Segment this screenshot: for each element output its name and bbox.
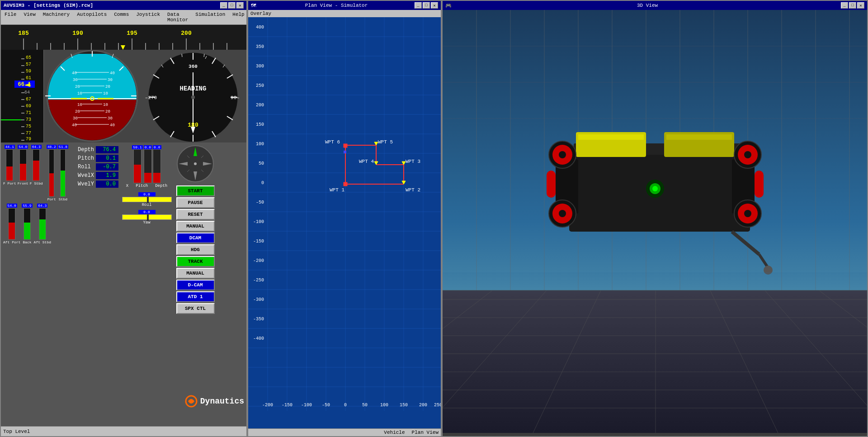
close-btn[interactable]: ✕	[236, 2, 244, 9]
stbd-label: Stbd	[59, 197, 67, 201]
yaw-val: 0.0	[138, 210, 156, 214]
reset-btn[interactable]: RESET	[176, 209, 215, 220]
menu-file[interactable]: File	[1, 11, 20, 24]
pitch-label: Pitch	[78, 155, 96, 162]
pitch-label: Pitch	[136, 184, 148, 188]
3d-minimize-btn[interactable]: _	[841, 2, 848, 9]
thruster-back-val: 55.9	[22, 204, 32, 208]
svg-text:-400: -400	[253, 336, 264, 341]
svg-rect-122	[248, 17, 441, 411]
roll-label-s: Roll	[142, 203, 152, 207]
thruster-stbd-vert: 51.8 Stbd	[58, 145, 68, 201]
minimize-btn[interactable]: _	[220, 2, 227, 9]
menu-simulation[interactable]: Simulation	[192, 11, 229, 24]
thruster-front-label: Front	[18, 181, 28, 185]
yaw-slider[interactable]	[122, 214, 172, 220]
auvsim-statusbar: Top Level	[1, 426, 246, 436]
attitude-indicator: 40 40 30 30 20 20 10 10	[44, 50, 141, 142]
svg-text:-150: -150	[282, 403, 292, 408]
svg-text:30: 30	[73, 116, 78, 121]
roll-slider[interactable]	[122, 197, 172, 202]
svg-marker-16	[121, 45, 125, 50]
svg-rect-17	[1, 50, 44, 142]
svg-rect-185	[344, 182, 347, 186]
svg-text:-200: -200	[262, 403, 273, 408]
roll-val: 0.0	[138, 192, 156, 196]
svg-text:250: 250	[434, 403, 441, 408]
svg-point-243	[744, 151, 751, 158]
pv-planview-btn[interactable]: Plan View	[412, 430, 439, 435]
manual2-btn[interactable]: MANUAL	[176, 268, 215, 279]
3d-close-btn[interactable]: ✕	[857, 2, 864, 9]
svg-rect-195	[344, 144, 347, 147]
start-btn[interactable]: START	[176, 185, 215, 196]
x-label: X	[126, 184, 128, 188]
svg-text:-50: -50	[256, 200, 264, 205]
hdg-btn[interactable]: HDG	[176, 244, 215, 255]
3d-scene-svg	[443, 10, 867, 433]
wvelx-label: WvelX	[78, 172, 96, 179]
port-label: Port	[47, 197, 56, 201]
svg-text:69: 69	[26, 104, 31, 109]
pv-maximize-btn[interactable]: □	[423, 2, 430, 9]
track-btn[interactable]: TRACK	[176, 256, 215, 267]
svg-text:100: 100	[380, 403, 388, 408]
compass-rose	[176, 145, 215, 183]
pause-btn[interactable]: PAUSE	[176, 197, 215, 208]
view3d-window: 🎮 3D View _ □ ✕ F2 shows camera modes. C…	[442, 0, 868, 437]
pv-minimize-btn[interactable]: _	[415, 2, 422, 9]
svg-text:-250: -250	[253, 278, 264, 283]
manual1-btn[interactable]: MANUAL	[176, 221, 215, 232]
atd1-btn[interactable]: ATD 1	[176, 291, 215, 302]
spx-btn[interactable]: SPX CTL	[176, 303, 215, 314]
svg-text:150: 150	[256, 122, 264, 127]
depth-gauge-left: 65 57 59 61 66.1 64 67 69 71 73 75 77 79	[1, 50, 44, 142]
3d-maximize-btn[interactable]: □	[849, 2, 856, 9]
thruster-aftport-label: Aft Port	[3, 240, 20, 244]
compass-rose-section: START PAUSE RESET MANUAL DCAM HDG TRACK …	[173, 142, 218, 426]
dcam2-btn[interactable]: D-CAM	[176, 280, 215, 290]
svg-point-252	[652, 186, 658, 191]
thruster-fport: 44.1 F Port	[3, 145, 16, 185]
svg-text:20: 20	[75, 109, 80, 114]
thruster-fport-val: 44.1	[5, 145, 15, 149]
maximize-btn[interactable]: □	[228, 2, 236, 9]
wvelx-value: 1.9	[96, 172, 118, 179]
svg-text:WPT 5: WPT 5	[378, 139, 393, 145]
svg-rect-199	[443, 290, 867, 433]
depth-label: Depth	[78, 147, 96, 153]
menu-machinery[interactable]: Machinery	[39, 11, 73, 24]
toplevel-label: Top Level	[3, 429, 30, 434]
thruster-aftstbd-label: Aft Stbd	[34, 240, 51, 244]
svg-text:0: 0	[344, 403, 347, 408]
svg-text:10: 10	[77, 103, 82, 107]
yaw-label-s: Yaw	[143, 220, 150, 225]
thruster-stbd-val: 51.8	[58, 145, 68, 149]
menu-joystick[interactable]: Joystick	[132, 11, 164, 24]
menu-comms[interactable]: Comms	[110, 11, 132, 24]
svg-text:64: 64	[24, 90, 30, 95]
svg-text:400: 400	[256, 25, 264, 30]
thruster-back: 55.9 Back	[22, 204, 32, 244]
svg-text:10: 10	[77, 91, 82, 96]
menu-help[interactable]: Help	[229, 11, 248, 24]
dynautics-logo: Dynautics	[184, 394, 244, 408]
auvsim-titlebar: AUVSIM3 - [settings (SIM).rcw] _ □ ✕	[1, 1, 246, 10]
thruster-port-val: 48.2	[47, 145, 57, 149]
svg-text:WPT 2: WPT 2	[406, 187, 420, 193]
menu-datamonitor[interactable]: Data Monitor	[164, 11, 192, 24]
compass-200: 200	[181, 30, 192, 37]
menu-autopilots[interactable]: Autopilots	[73, 11, 110, 24]
thruster-aftstbd: 64.3 Aft Stbd	[34, 204, 51, 244]
svg-rect-236	[578, 134, 644, 140]
pv-close-btn[interactable]: ✕	[431, 2, 438, 9]
svg-point-240	[559, 151, 566, 158]
pv-vehicle-btn[interactable]: Vehicle	[384, 430, 405, 435]
svg-text:150: 150	[400, 403, 408, 408]
svg-text:–270: –270	[145, 95, 157, 100]
x-slider-val: 59.1	[132, 145, 142, 149]
dcam-btn[interactable]: DCAM	[176, 233, 215, 243]
menu-view[interactable]: View	[20, 11, 39, 24]
thruster-back-label: Back	[23, 240, 31, 244]
depth-value: 76.4	[96, 146, 118, 153]
